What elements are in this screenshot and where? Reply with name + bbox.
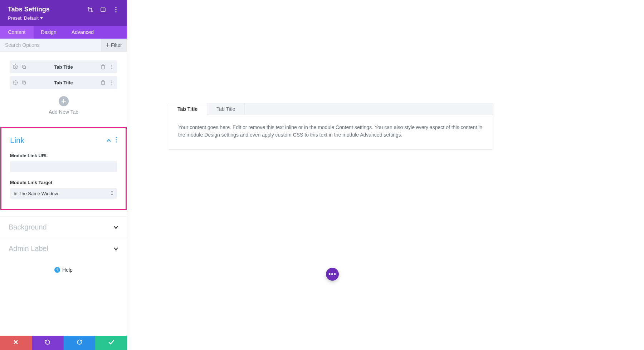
- kebab-icon[interactable]: [113, 6, 119, 13]
- tab-design[interactable]: Design: [34, 26, 64, 39]
- tab-item-title: Tab Title: [27, 64, 100, 70]
- undo-icon: [45, 339, 50, 346]
- plus-icon[interactable]: [59, 96, 69, 106]
- admin-label-section[interactable]: Admin Label: [0, 238, 127, 259]
- collapse-icon[interactable]: [106, 137, 111, 144]
- tabs-module: Tab Title Tab Title Your content goes he…: [168, 103, 493, 150]
- sidebar-header: Tabs Settings Preset: Default: [0, 0, 127, 26]
- module-link-url-input[interactable]: [10, 161, 117, 172]
- kebab-icon[interactable]: [109, 80, 114, 85]
- svg-point-21: [116, 139, 117, 140]
- preview-tab[interactable]: Tab Title: [207, 103, 245, 115]
- duplicate-icon[interactable]: [21, 80, 27, 85]
- svg-point-17: [111, 84, 112, 84]
- expand-icon[interactable]: [87, 6, 93, 13]
- svg-point-12: [111, 68, 112, 69]
- link-section-title: Link: [10, 136, 106, 145]
- svg-rect-9: [23, 66, 26, 69]
- svg-point-4: [115, 9, 116, 10]
- footer-actions: [0, 336, 127, 350]
- preview-tabs-bar: Tab Title Tab Title: [168, 103, 493, 115]
- preview-body[interactable]: Your content goes here. Edit or remove t…: [168, 115, 493, 149]
- settings-tabs: Content Design Advanced: [0, 26, 127, 39]
- save-button[interactable]: [95, 336, 127, 350]
- svg-point-22: [116, 141, 117, 142]
- redo-button[interactable]: [64, 336, 96, 350]
- gear-icon[interactable]: [13, 64, 18, 70]
- kebab-icon[interactable]: [116, 137, 117, 144]
- help-label: Help: [62, 267, 73, 273]
- tab-items-list: Tab Title Tab Title: [0, 52, 127, 127]
- help-link[interactable]: ? Help: [0, 259, 127, 284]
- search-row: Filter: [0, 39, 127, 52]
- close-icon: [13, 340, 18, 346]
- trash-icon[interactable]: [100, 64, 106, 70]
- filter-button[interactable]: Filter: [101, 39, 127, 51]
- module-link-target-label: Module Link Target: [10, 180, 117, 185]
- svg-rect-0: [89, 8, 92, 11]
- module-link-url-label: Module Link URL: [10, 153, 117, 158]
- svg-point-15: [111, 80, 112, 81]
- svg-rect-14: [23, 82, 26, 84]
- background-title: Background: [9, 223, 113, 231]
- add-new-tab[interactable]: Add New Tab: [10, 92, 117, 124]
- svg-point-11: [111, 66, 112, 67]
- search-input[interactable]: [0, 39, 101, 51]
- tab-item[interactable]: Tab Title: [10, 60, 117, 73]
- preset-label: Preset: Default: [8, 15, 39, 21]
- svg-point-8: [15, 66, 16, 68]
- svg-point-3: [115, 7, 116, 8]
- help-icon: ?: [54, 267, 60, 273]
- svg-point-16: [111, 82, 112, 83]
- preview-area: Tab Title Tab Title Your content goes he…: [127, 0, 644, 350]
- filter-label: Filter: [111, 42, 122, 48]
- redo-icon: [77, 339, 82, 346]
- preview-tab-active[interactable]: Tab Title: [168, 103, 207, 115]
- admin-label-title: Admin Label: [9, 245, 113, 253]
- duplicate-icon[interactable]: [21, 64, 27, 70]
- tab-item-title: Tab Title: [27, 80, 100, 85]
- svg-point-20: [116, 137, 117, 138]
- svg-point-10: [111, 65, 112, 65]
- preset-dropdown[interactable]: Preset: Default: [8, 15, 119, 21]
- undo-button[interactable]: [32, 336, 64, 350]
- link-section: Link Module Link URL Module Link Target …: [0, 127, 127, 210]
- add-new-label: Add New Tab: [10, 109, 117, 115]
- gear-icon[interactable]: [13, 80, 18, 85]
- chevron-down-icon: [113, 224, 118, 231]
- dots-icon: •••: [328, 271, 336, 277]
- background-section[interactable]: Background: [0, 216, 127, 238]
- columns-icon[interactable]: [100, 6, 106, 13]
- page-title: Tabs Settings: [8, 6, 80, 13]
- tab-advanced[interactable]: Advanced: [64, 26, 102, 39]
- module-link-target-select[interactable]: In The Same Window: [10, 188, 117, 199]
- tab-content[interactable]: Content: [0, 26, 34, 39]
- chevron-down-icon: [113, 246, 118, 252]
- kebab-icon[interactable]: [109, 64, 114, 70]
- settings-sidebar: Tabs Settings Preset: Default Content De…: [0, 0, 127, 350]
- svg-point-13: [15, 82, 16, 83]
- tab-item[interactable]: Tab Title: [10, 76, 117, 89]
- check-icon: [108, 340, 114, 346]
- trash-icon[interactable]: [100, 80, 106, 85]
- cancel-button[interactable]: [0, 336, 32, 350]
- svg-point-5: [115, 11, 116, 12]
- fab-button[interactable]: •••: [326, 268, 339, 281]
